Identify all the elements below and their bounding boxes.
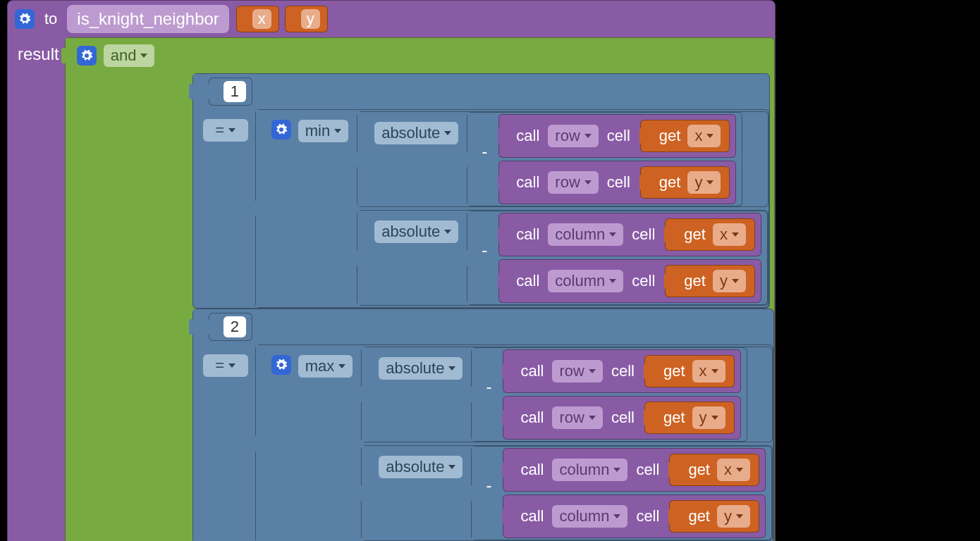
variable-get-block[interactable]: get y [640, 166, 730, 199]
compare-block[interactable]: 2 = [192, 309, 774, 541]
unary-dropdown[interactable]: absolute [379, 357, 463, 380]
function-call-block[interactable]: call row cell get y [503, 396, 740, 440]
function-param[interactable]: y [285, 6, 328, 32]
get-label: get [677, 272, 710, 290]
number-field[interactable]: 2 [223, 316, 246, 337]
call-label: call [510, 127, 545, 145]
param-name: x [252, 9, 271, 29]
function-call-block[interactable]: call row cell get y [498, 161, 736, 204]
call-fn-dropdown[interactable]: column [548, 270, 623, 292]
call-fn-dropdown[interactable]: row [552, 406, 602, 429]
minus-label: - [482, 240, 487, 260]
call-label: call [510, 173, 545, 192]
unary-dropdown[interactable]: absolute [374, 122, 458, 144]
call-fn-dropdown[interactable]: row [548, 171, 598, 194]
subtract-block[interactable]: - call column cell [467, 211, 768, 305]
get-label: get [681, 507, 714, 526]
function-definition-block[interactable]: to is_knight_neighbor x y result and [7, 0, 776, 541]
call-arg-label: cell [606, 409, 640, 427]
function-call-block[interactable]: call column cell get x [503, 448, 766, 492]
call-label: call [510, 225, 545, 244]
aggregate-block[interactable]: min absolute [255, 109, 769, 308]
gear-icon[interactable] [271, 120, 291, 139]
logic-op-dropdown[interactable]: and [104, 44, 155, 67]
call-label: call [515, 362, 549, 380]
function-call-block[interactable]: call row cell get x [498, 114, 736, 158]
subtract-block[interactable]: - call column cell [471, 446, 772, 540]
variable-get-block[interactable]: get x [644, 355, 735, 387]
call-arg-label: cell [601, 127, 636, 145]
function-call-block[interactable]: call column cell get y [503, 495, 766, 538]
number-field[interactable]: 1 [223, 81, 246, 102]
compare-op-dropdown[interactable]: = [203, 354, 248, 377]
gear-icon[interactable] [271, 355, 291, 375]
absolute-block[interactable]: absolute - [357, 111, 768, 207]
call-label: call [515, 409, 549, 427]
absolute-block[interactable]: absolute - [357, 210, 768, 306]
variable-dropdown[interactable]: y [717, 505, 750, 528]
call-fn-dropdown[interactable]: row [552, 360, 602, 383]
function-call-block[interactable]: call column cell get y [498, 259, 761, 303]
variable-get-block[interactable]: get y [644, 402, 735, 434]
variable-get-block[interactable]: get x [640, 120, 730, 152]
variable-get-block[interactable]: get x [665, 218, 755, 251]
get-label: get [677, 225, 710, 244]
call-label: call [510, 272, 545, 290]
call-arg-label: cell [601, 173, 636, 192]
variable-dropdown[interactable]: x [713, 223, 746, 246]
result-label: result [8, 37, 65, 64]
call-fn-dropdown[interactable]: column [552, 459, 627, 481]
function-call-block[interactable]: call row cell get x [503, 349, 740, 393]
function-param[interactable]: x [236, 6, 279, 32]
call-arg-label: cell [606, 362, 640, 380]
call-label: call [515, 507, 549, 526]
minus-label: - [486, 475, 491, 495]
to-label: to [39, 10, 63, 28]
logic-and-block[interactable]: and 1 = [65, 37, 775, 541]
variable-dropdown[interactable]: y [692, 406, 725, 429]
get-label: get [652, 127, 685, 145]
subtract-block[interactable]: - call row cell [471, 347, 747, 442]
variable-dropdown[interactable]: y [713, 270, 746, 292]
compare-block[interactable]: 1 = [192, 73, 770, 309]
get-label: get [652, 173, 685, 192]
get-label: get [656, 409, 690, 427]
compare-op-dropdown[interactable]: = [203, 119, 248, 142]
call-arg-label: cell [626, 225, 661, 244]
variable-get-block[interactable]: get x [669, 454, 759, 486]
aggregate-block[interactable]: max absolute [255, 344, 773, 541]
variable-dropdown[interactable]: y [687, 171, 721, 194]
call-fn-dropdown[interactable]: column [548, 223, 623, 246]
unary-dropdown[interactable]: absolute [379, 456, 463, 478]
get-label: get [656, 362, 690, 380]
subtract-block[interactable]: - call row cell [467, 112, 742, 206]
variable-get-block[interactable]: get y [669, 500, 759, 533]
gear-icon[interactable] [15, 9, 35, 29]
function-name-field[interactable]: is_knight_neighbor [67, 5, 228, 33]
call-label: call [515, 461, 549, 479]
aggregate-dropdown[interactable]: min [298, 120, 348, 142]
call-arg-label: cell [630, 461, 665, 479]
minus-label: - [486, 377, 491, 397]
function-call-block[interactable]: call column cell get x [498, 213, 761, 256]
variable-dropdown[interactable]: x [687, 125, 721, 147]
minus-label: - [482, 142, 487, 161]
call-fn-dropdown[interactable]: column [552, 505, 627, 528]
aggregate-dropdown[interactable]: max [298, 355, 353, 378]
get-label: get [681, 461, 714, 479]
call-fn-dropdown[interactable]: row [548, 125, 598, 147]
absolute-block[interactable]: absolute - [361, 445, 773, 541]
variable-get-block[interactable]: get y [665, 265, 755, 297]
call-arg-label: cell [626, 272, 661, 290]
variable-dropdown[interactable]: x [692, 360, 725, 383]
call-arg-label: cell [630, 507, 665, 526]
absolute-block[interactable]: absolute - [361, 347, 773, 442]
gear-icon[interactable] [77, 46, 97, 66]
number-block[interactable]: 2 [209, 313, 252, 341]
number-block[interactable]: 1 [209, 77, 252, 106]
param-name: y [301, 9, 320, 29]
variable-dropdown[interactable]: x [717, 459, 750, 481]
unary-dropdown[interactable]: absolute [374, 220, 458, 243]
